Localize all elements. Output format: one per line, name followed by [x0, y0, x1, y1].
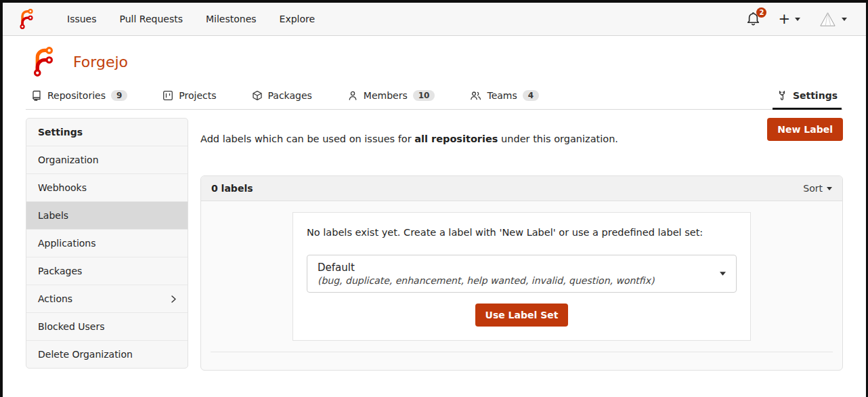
- user-menu-button[interactable]: [819, 10, 847, 28]
- label-set-detail: (bug, duplicate, enhancement, help wante…: [318, 275, 654, 286]
- avatar: [819, 10, 837, 28]
- description-text: Add labels which can be used on issues f…: [200, 133, 414, 144]
- tab-settings[interactable]: Settings: [773, 83, 842, 110]
- labels-main: Add labels which can be used on issues f…: [200, 118, 843, 371]
- sidebar-item-label: Organization: [38, 154, 99, 165]
- tools-icon: [777, 90, 787, 101]
- sidebar-item-labels[interactable]: Labels: [26, 201, 188, 229]
- sort-dropdown-button[interactable]: Sort: [803, 183, 832, 194]
- org-tabbar: Repositories 9 Projects Packages: [26, 83, 843, 110]
- create-menu-button[interactable]: +: [778, 12, 800, 26]
- sidebar-item-organization[interactable]: Organization: [26, 146, 188, 173]
- tab-label: Repositories: [47, 90, 106, 101]
- sidebar-item-label: Packages: [38, 266, 82, 276]
- chevron-down-icon: [842, 18, 847, 21]
- empty-labels-message: No labels exist yet. Create a label with…: [307, 227, 737, 238]
- sidebar-item-label: Actions: [38, 293, 72, 304]
- tab-projects[interactable]: Projects: [158, 83, 220, 109]
- tab-teams[interactable]: Teams 4: [466, 83, 543, 109]
- org-name-link[interactable]: Forgejo: [73, 54, 128, 70]
- tab-label: Projects: [179, 90, 216, 101]
- labels-header-row: Add labels which can be used on issues f…: [200, 118, 843, 154]
- panel-divider: [211, 352, 833, 352]
- navbar-links: Issues Pull Requests Milestones Explore: [56, 3, 326, 36]
- tab-label: Packages: [268, 90, 312, 101]
- chevron-right-icon: [171, 295, 176, 303]
- empty-labels-box: No labels exist yet. Create a label with…: [292, 212, 751, 341]
- app-window: Issues Pull Requests Milestones Explore …: [0, 0, 868, 397]
- sidebar-item-label: Blocked Users: [38, 321, 105, 332]
- nav-link-pull-requests[interactable]: Pull Requests: [108, 3, 194, 36]
- person-icon: [347, 90, 358, 101]
- sidebar-item-label: Delete Organization: [38, 349, 133, 360]
- labels-panel: 0 labels Sort No labels exist yet. Creat…: [200, 175, 843, 371]
- sidebar-item-label: Settings: [38, 127, 83, 138]
- sidebar-item-label: Labels: [38, 210, 68, 221]
- label-set-select[interactable]: Default (bug, duplicate, enhancement, he…: [307, 255, 737, 293]
- org-header: Forgejo: [26, 36, 843, 83]
- tab-label: Teams: [487, 90, 517, 101]
- sidebar-item-label: Webhooks: [38, 182, 87, 193]
- label-set-name: Default: [318, 262, 654, 274]
- sidebar-item-delete-organization[interactable]: Delete Organization: [26, 340, 188, 368]
- sidebar-item-actions[interactable]: Actions: [26, 285, 188, 312]
- navbar-right-group: 2 +: [747, 10, 852, 28]
- labels-panel-body: No labels exist yet. Create a label with…: [201, 201, 842, 370]
- people-icon: [470, 90, 481, 101]
- sort-label: Sort: [803, 183, 823, 194]
- sidebar-item-packages[interactable]: Packages: [26, 257, 188, 285]
- tab-label: Members: [364, 90, 408, 101]
- labels-panel-header: 0 labels Sort: [201, 176, 842, 201]
- nav-link-milestones[interactable]: Milestones: [194, 3, 268, 36]
- tab-label: Settings: [793, 90, 838, 101]
- settings-sidebar: Settings Organization Webhooks Labels Ap…: [26, 118, 188, 369]
- sidebar-item-blocked-users[interactable]: Blocked Users: [26, 312, 188, 340]
- tab-count-badge: 4: [523, 90, 539, 101]
- use-label-set-row: Use Label Set: [307, 304, 737, 327]
- labels-description: Add labels which can be used on issues f…: [200, 128, 618, 144]
- tab-count-badge: 9: [111, 90, 127, 101]
- top-navbar: Issues Pull Requests Milestones Explore …: [3, 3, 866, 36]
- description-bold-text: all repositories: [414, 133, 498, 144]
- package-icon: [252, 90, 263, 101]
- forgejo-logo-icon[interactable]: [16, 9, 37, 29]
- use-label-set-button[interactable]: Use Label Set: [475, 304, 569, 327]
- org-avatar-forgejo-logo: [28, 47, 58, 77]
- description-text: under this organization.: [498, 133, 618, 144]
- project-icon: [162, 90, 173, 101]
- tab-packages[interactable]: Packages: [248, 83, 316, 109]
- nav-link-explore[interactable]: Explore: [268, 3, 327, 36]
- sidebar-item-webhooks[interactable]: Webhooks: [26, 173, 188, 201]
- repo-icon: [31, 90, 42, 101]
- tab-count-badge: 10: [413, 90, 435, 101]
- chevron-down-icon: [827, 187, 832, 190]
- label-set-selected-option: Default (bug, duplicate, enhancement, he…: [318, 262, 654, 286]
- plus-icon: +: [778, 12, 790, 26]
- sidebar-item-label: Applications: [38, 238, 96, 249]
- new-label-button[interactable]: New Label: [767, 118, 843, 141]
- labels-count-title: 0 labels: [211, 183, 253, 194]
- sidebar-item-applications[interactable]: Applications: [26, 229, 188, 257]
- nav-link-issues[interactable]: Issues: [56, 3, 108, 36]
- chevron-down-icon: [720, 272, 726, 276]
- notifications-button[interactable]: 2: [747, 12, 760, 26]
- notification-count-badge: 2: [756, 7, 766, 18]
- tab-repositories[interactable]: Repositories 9: [27, 83, 131, 109]
- tab-members[interactable]: Members 10: [343, 83, 439, 109]
- content-row: Settings Organization Webhooks Labels Ap…: [26, 118, 843, 371]
- sidebar-item-settings[interactable]: Settings: [26, 119, 188, 146]
- chevron-down-icon: [795, 18, 800, 21]
- forgejo-logo-svg: [16, 9, 37, 29]
- page-container: Forgejo Repositories 9 Projects: [3, 36, 866, 371]
